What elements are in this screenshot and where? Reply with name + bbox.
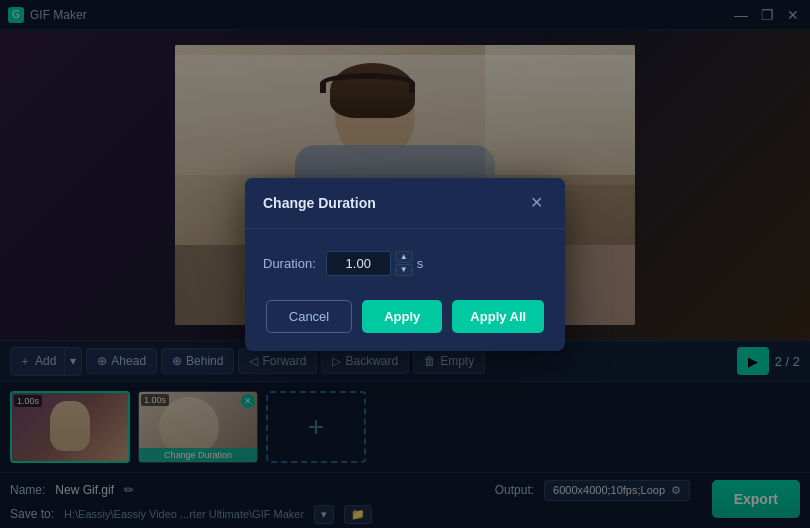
modal-header: Change Duration ✕: [245, 178, 565, 229]
modal-body: Duration: ▲ ▼ s Cancel Apply Apply All: [245, 229, 565, 351]
change-duration-modal: Change Duration ✕ Duration: ▲ ▼ s Cancel…: [245, 178, 565, 351]
duration-spinner: ▲ ▼: [395, 251, 413, 276]
duration-up-button[interactable]: ▲: [395, 251, 413, 263]
cancel-button[interactable]: Cancel: [266, 300, 352, 333]
duration-row: Duration: ▲ ▼ s: [263, 251, 547, 276]
duration-input[interactable]: [326, 251, 391, 276]
apply-button[interactable]: Apply: [362, 300, 442, 333]
duration-down-button[interactable]: ▼: [395, 264, 413, 276]
modal-close-button[interactable]: ✕: [525, 192, 547, 214]
duration-input-wrap: ▲ ▼ s: [326, 251, 424, 276]
modal-actions: Cancel Apply Apply All: [263, 300, 547, 333]
duration-unit: s: [417, 256, 424, 271]
apply-all-button[interactable]: Apply All: [452, 300, 544, 333]
modal-overlay: Change Duration ✕ Duration: ▲ ▼ s Cancel…: [0, 0, 810, 528]
modal-title: Change Duration: [263, 195, 376, 211]
duration-label: Duration:: [263, 256, 316, 271]
